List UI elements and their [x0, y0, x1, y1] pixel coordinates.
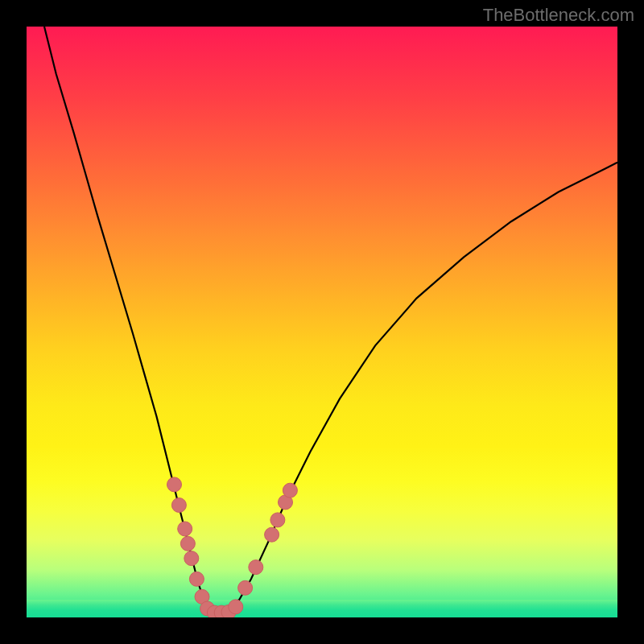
bottleneck-curve [44, 27, 617, 613]
data-markers [167, 477, 298, 617]
plot-area [27, 27, 617, 617]
data-marker [167, 477, 182, 492]
data-marker [178, 522, 192, 536]
data-marker [249, 560, 263, 575]
curve-layer [27, 27, 617, 617]
data-marker [180, 536, 195, 551]
data-marker [238, 580, 253, 595]
data-marker [270, 513, 285, 527]
data-marker [283, 483, 297, 497]
data-marker [229, 600, 243, 614]
data-marker [184, 551, 199, 566]
watermark-text: TheBottleneck.com [483, 5, 634, 26]
data-marker [265, 527, 279, 542]
data-marker [189, 572, 204, 586]
chart-frame: TheBottleneck.com [0, 0, 644, 644]
data-marker [171, 498, 186, 513]
